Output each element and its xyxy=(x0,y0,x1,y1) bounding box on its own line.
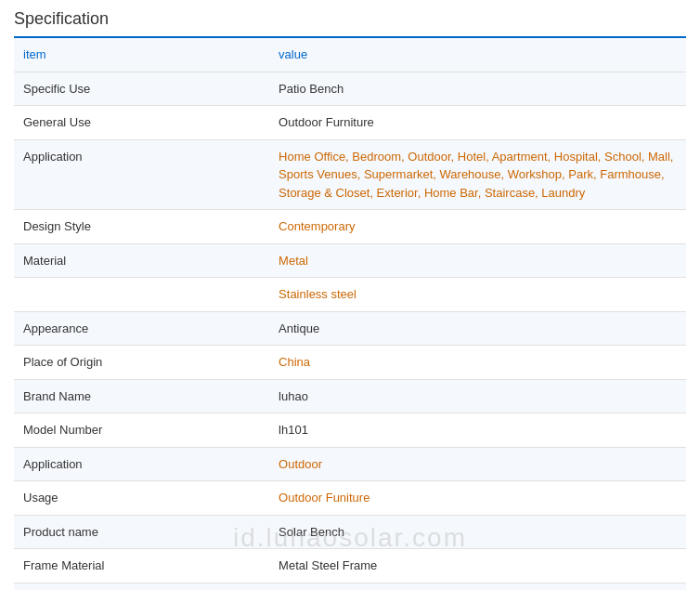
table-row: Frame MaterialMetal Steel Frame xyxy=(14,549,686,583)
page-container: Specification item value Specific UsePat… xyxy=(0,0,700,590)
specification-table: item value Specific UsePatio BenchGenera… xyxy=(14,36,686,590)
table-cell-label: Feature xyxy=(14,583,269,590)
table-row: MaterialMetal xyxy=(14,243,686,278)
table-row: ApplicationOutdoor xyxy=(14,447,686,481)
table-cell-label: Brand Name xyxy=(14,379,269,413)
table-cell-label: Product name xyxy=(14,515,269,549)
table-cell-value: Contemporary xyxy=(269,210,686,244)
table-header-row: item value xyxy=(14,37,686,72)
header-col2: value xyxy=(269,37,686,72)
table-cell-value: China xyxy=(269,346,686,380)
table-cell-label xyxy=(14,278,269,312)
table-cell-value: Solar Bench xyxy=(269,515,686,549)
table-cell-label: Model Number xyxy=(14,413,269,448)
table-cell-label: Application xyxy=(14,139,269,210)
table-cell-value: Outdoor xyxy=(269,447,686,481)
table-row: General UseOutdoor Furniture xyxy=(14,106,686,140)
table-cell-label: Appearance xyxy=(14,311,269,346)
table-cell-label: Specific Use xyxy=(14,72,269,106)
table-cell-value: Patio Bench xyxy=(269,72,686,106)
table-row: Model Numberlh101 xyxy=(14,413,686,448)
table-cell-value: luhao xyxy=(269,379,686,413)
table-row: Product nameSolar Bench xyxy=(14,515,686,549)
table-cell-value: Wate rproof xyxy=(269,583,686,590)
page-title: Specification xyxy=(14,9,686,29)
table-row: UsageOutdoor Funiture xyxy=(14,481,686,516)
table-cell-label: Design Style xyxy=(14,210,269,244)
table-row: FeatureWate rproof xyxy=(14,583,686,590)
table-row: Specific UsePatio Bench xyxy=(14,72,686,106)
table-cell-value: Metal xyxy=(269,243,686,278)
table-cell-value: Antique xyxy=(269,311,686,346)
table-cell-label: Usage xyxy=(14,481,269,516)
header-col1: item xyxy=(14,37,269,72)
table-cell-value: Home Office, Bedroom, Outdoor, Hotel, Ap… xyxy=(269,139,686,210)
table-cell-label: General Use xyxy=(14,106,269,140)
table-row: Place of OriginChina xyxy=(14,346,686,380)
table-row: Design StyleContemporary xyxy=(14,210,686,244)
table-cell-value: Stainless steel xyxy=(269,278,686,312)
table-cell-value: Outdoor Furniture xyxy=(269,106,686,140)
table-row: ApplicationHome Office, Bedroom, Outdoor… xyxy=(14,139,686,210)
table-cell-label: Application xyxy=(14,447,269,481)
table-cell-value: Outdoor Funiture xyxy=(269,481,686,516)
table-cell-label: Place of Origin xyxy=(14,346,269,380)
table-cell-label: Material xyxy=(14,243,269,278)
table-row: Stainless steel xyxy=(14,278,686,312)
table-cell-value: Metal Steel Frame xyxy=(269,549,686,583)
table-row: Brand Nameluhao xyxy=(14,379,686,413)
table-cell-label: Frame Material xyxy=(14,549,269,583)
table-row: AppearanceAntique xyxy=(14,311,686,346)
table-cell-value: lh101 xyxy=(269,413,686,448)
